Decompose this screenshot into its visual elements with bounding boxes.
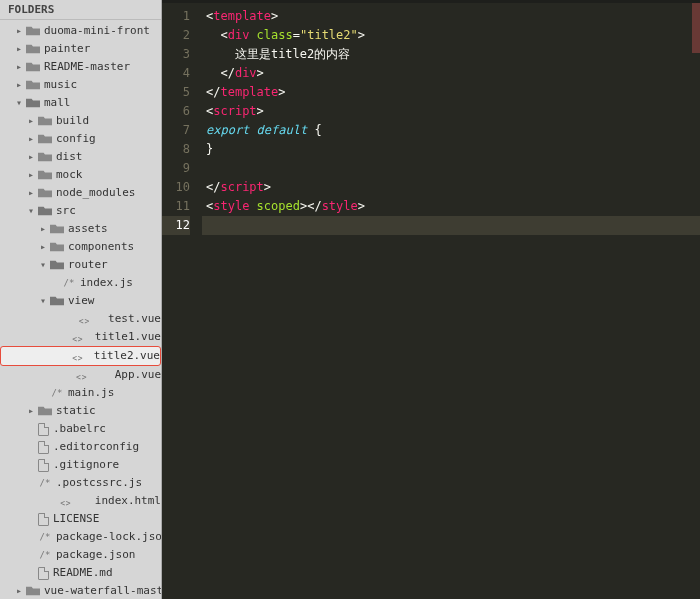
chevron-right-icon[interactable]: ▸ (24, 114, 38, 128)
tree-item[interactable]: index.html (0, 492, 161, 510)
line-number: 4 (162, 64, 190, 83)
code-line[interactable]: } (202, 140, 700, 159)
tree-item[interactable]: ▾src (0, 202, 161, 220)
code-line[interactable]: <template> (202, 7, 700, 26)
chevron-right-icon[interactable]: ▸ (12, 584, 26, 598)
tree-item[interactable]: ▸config (0, 130, 161, 148)
tree-item-label: .postcssrc.js (56, 476, 142, 490)
chevron-right-icon[interactable]: ▸ (12, 42, 26, 56)
tree-item[interactable]: ▸assets (0, 220, 161, 238)
tree-item-label: painter (44, 42, 90, 56)
chevron-down-icon[interactable]: ▾ (36, 258, 50, 272)
tree-item[interactable]: .babelrc (0, 420, 161, 438)
code-line[interactable] (202, 159, 700, 178)
folder-icon (38, 133, 52, 145)
tree-item[interactable]: index.js (0, 274, 161, 292)
tree-item[interactable]: test.vue (0, 310, 161, 328)
chevron-right-icon[interactable]: ▸ (12, 24, 26, 38)
code-line[interactable]: </script> (202, 178, 700, 197)
folder-icon (38, 205, 52, 217)
tree-item[interactable]: ▸components (0, 238, 161, 256)
folder-icon (38, 187, 52, 199)
line-number: 12 (162, 216, 190, 235)
folder-icon (38, 115, 52, 127)
chevron-right-icon[interactable]: ▸ (24, 404, 38, 418)
chevron-right-icon[interactable]: ▸ (24, 132, 38, 146)
chevron-down-icon[interactable]: ▾ (12, 96, 26, 110)
tree-item-label: view (68, 294, 95, 308)
tree-item-label: src (56, 204, 76, 218)
tree-item[interactable]: ▸mock (0, 166, 161, 184)
tree-item[interactable]: ▸painter (0, 40, 161, 58)
tree-item-label: main.js (68, 386, 114, 400)
tree-item-label: assets (68, 222, 108, 236)
tree-item[interactable]: package-lock.json (0, 528, 161, 546)
chevron-right-icon[interactable]: ▸ (36, 240, 50, 254)
tree-item[interactable]: main.js (0, 384, 161, 402)
code-file-icon (62, 312, 104, 326)
tree-item-label: router (68, 258, 108, 272)
tree-item[interactable]: package.json (0, 546, 161, 564)
tree-item[interactable]: README.md (0, 564, 161, 582)
code-line[interactable] (202, 216, 700, 235)
tree-item[interactable]: title1.vue (0, 328, 161, 346)
code-line[interactable]: <style scoped></style> (202, 197, 700, 216)
editor-pane: 123456789101112 <template> <div class="t… (162, 0, 700, 599)
tree-item-label: README.md (53, 566, 113, 580)
tree-item[interactable]: ▸music (0, 76, 161, 94)
tree-item[interactable]: ▸static (0, 402, 161, 420)
code-line[interactable]: </template> (202, 83, 700, 102)
tree-item[interactable]: ▾mall (0, 94, 161, 112)
chevron-right-icon[interactable]: ▸ (12, 78, 26, 92)
tree-item[interactable]: ▸vue-waterfall-master (0, 582, 161, 599)
code-file-icon (38, 494, 91, 508)
chevron-down-icon[interactable]: ▾ (24, 204, 38, 218)
tree-item[interactable]: .postcssrc.js (0, 474, 161, 492)
tree-item[interactable]: .editorconfig (0, 438, 161, 456)
tree-item-label: mall (44, 96, 71, 110)
code-line[interactable]: 这里是title2的内容 (202, 45, 700, 64)
tree-item-label: duoma-mini-front (44, 24, 150, 38)
gutter: 123456789101112 (162, 7, 202, 599)
code-file-icon (50, 368, 111, 382)
source[interactable]: <template> <div class="title2"> 这里是title… (202, 7, 700, 599)
code-line[interactable]: export default { (202, 121, 700, 140)
tree-item[interactable]: ▸duoma-mini-front (0, 22, 161, 40)
tree-item[interactable]: ▸node_modules (0, 184, 161, 202)
sidebar: FOLDERS ▸duoma-mini-front▸painter▸README… (0, 0, 162, 599)
tree-item[interactable]: ▾router (0, 256, 161, 274)
tree-item-label: mock (56, 168, 83, 182)
folder-icon (38, 151, 52, 163)
tree-item-label: static (56, 404, 96, 418)
tree-item[interactable]: ▸dist (0, 148, 161, 166)
tree-item-label: README-master (44, 60, 130, 74)
chevron-right-icon[interactable]: ▸ (12, 60, 26, 74)
tree-item[interactable]: ▸README-master (0, 58, 161, 76)
tree-item-label: LICENSE (53, 512, 99, 526)
tree-item[interactable]: ▾view (0, 292, 161, 310)
code-line[interactable]: </div> (202, 64, 700, 83)
chevron-right-icon[interactable]: ▸ (24, 186, 38, 200)
tree-item[interactable]: App.vue (0, 366, 161, 384)
tree-item[interactable]: ▸build (0, 112, 161, 130)
code-file-icon (63, 349, 90, 363)
chevron-right-icon[interactable]: ▸ (36, 222, 50, 236)
tree-item[interactable]: .gitignore (0, 456, 161, 474)
line-number: 7 (162, 121, 190, 140)
code-area[interactable]: 123456789101112 <template> <div class="t… (162, 3, 700, 599)
minimap[interactable] (692, 3, 700, 53)
tree-item[interactable]: LICENSE (0, 510, 161, 528)
chevron-right-icon[interactable]: ▸ (24, 168, 38, 182)
tree-item-label: App.vue (115, 368, 161, 382)
tree-item-label: vue-waterfall-master (44, 584, 161, 598)
folder-icon (26, 97, 40, 109)
tree-item-label: index.js (80, 276, 133, 290)
chevron-right-icon[interactable]: ▸ (24, 150, 38, 164)
sidebar-header: FOLDERS (0, 0, 161, 20)
code-line[interactable]: <div class="title2"> (202, 26, 700, 45)
file-tree: ▸duoma-mini-front▸painter▸README-master▸… (0, 20, 161, 599)
tree-item-label: music (44, 78, 77, 92)
chevron-down-icon[interactable]: ▾ (36, 294, 50, 308)
code-line[interactable]: <script> (202, 102, 700, 121)
tree-item-selected[interactable]: title2.vue (0, 346, 161, 366)
